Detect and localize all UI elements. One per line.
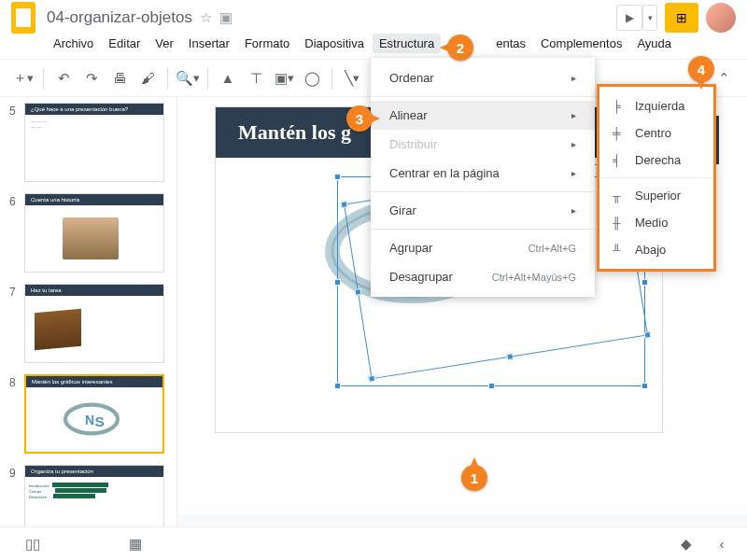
textbox-tool[interactable]: ⊤ [244,66,268,91]
thumb-slide-7[interactable]: Haz tu tarea [24,284,164,363]
explore-icon[interactable]: ◆ [672,536,700,553]
folder-icon[interactable]: ▣ [219,9,233,26]
align-left-icon: ╞ [613,100,626,113]
menu-distribuir: Distribuir▸ [371,130,595,159]
menu-ver[interactable]: Ver [148,34,180,53]
undo-button[interactable]: ↶ [51,66,76,91]
menu-girar[interactable]: Girar▸ [371,196,595,225]
callout-3: 3 [346,105,373,132]
menu-formato[interactable]: Formato [238,34,296,53]
select-tool[interactable]: ▲ [216,66,240,91]
document-title[interactable]: 04-organizar-objetos [47,8,192,27]
align-bottom-icon: ╨ [613,244,626,257]
menu-bar: Archivo Editar Ver Insertar Formato Diap… [0,32,747,60]
grid-view-icon[interactable]: ▦ [121,536,149,553]
menu-estructura[interactable]: Estructura [373,34,441,53]
menu-agrupar[interactable]: AgruparCtrl+Alt+G [371,233,595,262]
filmstrip-view-icon[interactable]: ▯▯ [19,536,47,553]
shape-tool[interactable]: ◯ [300,66,324,91]
align-center[interactable]: ╪Centro [599,119,713,147]
menu-editar[interactable]: Editar [102,34,147,53]
menu-centrar[interactable]: Centrar en la página▸ [371,159,595,188]
print-button[interactable]: 🖶 [107,66,132,91]
menu-complementos[interactable]: Complementos [534,34,628,53]
zoom-button[interactable]: 🔍▾ [176,66,200,91]
thumb-number: 6 [9,193,24,273]
paint-format-button[interactable]: 🖌 [135,66,160,91]
horizontal-scroll[interactable] [177,514,747,526]
alinear-submenu: ╞Izquierda ╪Centro ╡Derecha ╥Superior ╫M… [597,84,716,272]
present-dropdown[interactable]: ▾ [642,5,657,31]
callout-1: 1 [461,465,487,491]
menu-diapositiva[interactable]: Diapositiva [298,34,371,53]
menu-herramientas[interactable]: entas [489,34,532,53]
image-tool[interactable]: ▣▾ [272,66,296,91]
align-center-icon: ╪ [613,127,626,140]
thumb-slide-8[interactable]: Mantén los gráficos interesantes NS [24,374,164,454]
thumb-number: 7 [9,284,24,363]
estructura-menu: Ordenar▸ Alinear▸ Distribuir▸ Centrar en… [371,58,595,297]
menu-alinear[interactable]: Alinear▸ [371,101,595,130]
align-left[interactable]: ╞Izquierda [599,92,713,119]
redo-button[interactable]: ↷ [79,66,104,91]
callout-4: 4 [688,56,714,82]
present-button[interactable]: ▶ [616,5,642,31]
align-top-icon: ╥ [613,189,626,203]
svg-text:N: N [85,413,94,427]
align-top[interactable]: ╥Superior [599,182,713,209]
share-button[interactable]: ⊞ [665,3,698,33]
new-slide-button[interactable]: ＋▾ [11,66,35,91]
align-middle[interactable]: ╫Medio [599,209,713,236]
align-right-icon: ╡ [613,154,626,167]
slide-thumbnails: 5 ¿Qué hace a una presentación buena?— —… [0,97,177,554]
menu-ayuda[interactable]: Ayuda [630,34,678,53]
menu-ordenar[interactable]: Ordenar▸ [371,63,595,92]
star-icon[interactable]: ☆ [200,9,212,26]
slides-app-icon[interactable] [11,2,35,34]
user-avatar[interactable] [706,3,736,33]
menu-archivo[interactable]: Archivo [47,34,100,53]
align-middle-icon: ╫ [613,217,626,230]
thumb-number: 5 [9,103,24,182]
menu-insertar[interactable]: Insertar [182,34,236,53]
thumb-slide-5[interactable]: ¿Qué hace a una presentación buena?— — —… [24,103,164,182]
align-right[interactable]: ╡Derecha [599,147,713,174]
thumb-slide-6[interactable]: Cuenta una historia [24,193,164,273]
svg-text:S: S [95,413,105,429]
bottom-bar: ▯▯ ▦ ◆ ‹ [0,526,747,560]
menu-desagrupar[interactable]: DesagruparCtrl+Alt+Mayús+G [371,262,595,291]
align-bottom[interactable]: ╨Abajo [599,236,713,263]
line-tool[interactable]: ╲▾ [340,66,364,91]
thumb-number: 8 [9,374,24,454]
chevron-left-icon[interactable]: ‹ [708,536,736,553]
title-bar: 04-organizar-objetos ☆ ▣ ▶ ▾ ⊞ [0,0,747,32]
callout-2: 2 [447,35,473,61]
